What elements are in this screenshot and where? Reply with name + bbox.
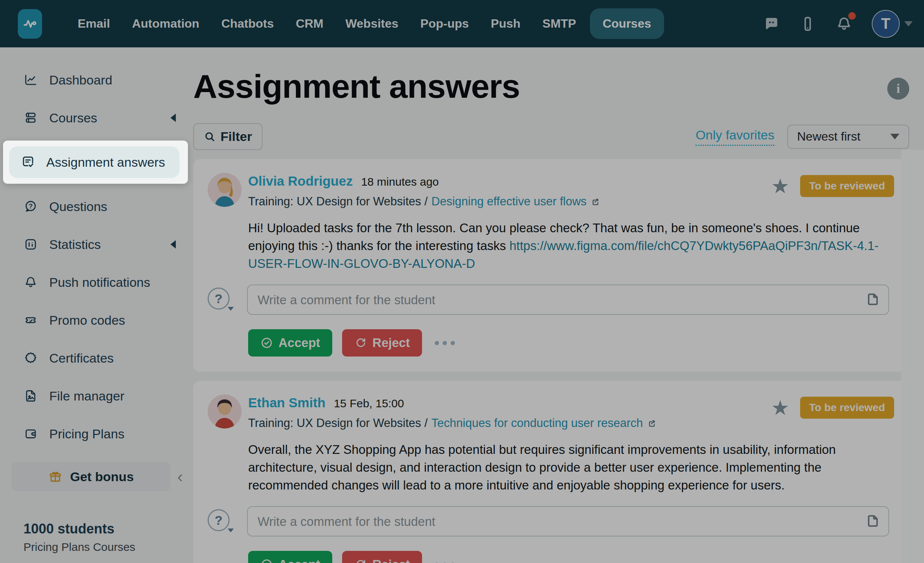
bonus-row: Get bonus ‹: [0, 462, 189, 491]
nav-item-chatbots[interactable]: Chatbots: [213, 9, 282, 38]
collapse-triangle-icon[interactable]: [170, 114, 176, 122]
only-favorites-link[interactable]: Only favorites: [696, 128, 774, 146]
sidebar-item-label: Courses: [49, 111, 97, 125]
get-bonus-label: Get bonus: [70, 469, 134, 484]
nav-item-courses[interactable]: Courses: [590, 8, 664, 39]
wallet-icon: [23, 427, 38, 441]
app-logo[interactable]: [18, 9, 42, 39]
sidebar-item-dashboard[interactable]: Dashboard: [0, 61, 189, 99]
action-row: Accept Reject •••: [248, 329, 894, 357]
student-name-link[interactable]: Ethan Smith: [248, 395, 325, 410]
card-header-text: Ethan Smith 15 Feb, 15:00 Training: UX D…: [248, 394, 657, 430]
tour-spotlight: Assignment answers: [3, 141, 188, 184]
nav-item-push[interactable]: Push: [483, 9, 529, 38]
pulse-icon: [22, 16, 38, 32]
sidebar-item-promo-codes[interactable]: Promo codes: [0, 301, 189, 339]
card-header: Olivia Rodriguez 18 minutes ago Training…: [208, 173, 894, 208]
more-options-button[interactable]: •••: [434, 340, 458, 346]
reviewer-placeholder-icon[interactable]: ?: [208, 288, 230, 310]
reject-button[interactable]: Reject: [342, 551, 422, 563]
accept-button[interactable]: Accept: [248, 551, 332, 563]
card-header: Ethan Smith 15 Feb, 15:00 Training: UX D…: [208, 394, 894, 430]
notifications-bell-icon[interactable]: [835, 15, 853, 33]
student-message: Overall, the XYZ Shopping App has potent…: [248, 441, 894, 494]
search-icon: [204, 131, 216, 143]
lesson-link[interactable]: Techniques for conducting user research: [432, 416, 643, 430]
timestamp: 18 minutes ago: [361, 175, 439, 188]
nav-item-websites[interactable]: Websites: [337, 9, 407, 38]
chat-icon[interactable]: [763, 15, 780, 33]
info-icon[interactable]: i: [887, 78, 909, 100]
attach-file-icon[interactable]: [866, 514, 880, 528]
comment-input[interactable]: [247, 506, 889, 536]
lesson-link[interactable]: Designing effective user flows: [432, 195, 587, 208]
sidebar-item-label: Certificates: [49, 351, 114, 366]
sidebar-item-label: Pricing Plans: [49, 427, 124, 441]
chevron-down-icon: [228, 529, 234, 532]
comment-input[interactable]: [247, 285, 889, 315]
nav-item-popups[interactable]: Pop-ups: [412, 9, 477, 38]
chevron-down-icon: [904, 21, 913, 27]
accept-label: Accept: [278, 557, 320, 563]
attach-file-icon[interactable]: [866, 292, 880, 307]
scrollbar-track[interactable]: [901, 150, 924, 563]
svg-text:?: ?: [29, 202, 33, 210]
get-bonus-button[interactable]: Get bonus: [11, 462, 170, 491]
assignment-card: Ethan Smith 15 Feb, 15:00 Training: UX D…: [193, 381, 909, 563]
comment-row: ?: [208, 285, 894, 316]
avatar[interactable]: T: [872, 10, 900, 38]
sidebar-item-label: Assignment answers: [46, 155, 165, 169]
file-manager-icon: [23, 389, 38, 403]
check-circle-icon: [260, 558, 273, 563]
student-avatar: [208, 173, 242, 207]
external-link-icon[interactable]: [590, 197, 600, 207]
bell-icon: [23, 275, 38, 289]
nav-item-smtp[interactable]: SMTP: [534, 9, 585, 38]
sidebar-item-certificates[interactable]: Certificates: [0, 339, 189, 377]
filter-label: Filter: [220, 129, 252, 144]
action-row: Accept Reject •••: [248, 551, 894, 563]
accept-button[interactable]: Accept: [248, 329, 332, 357]
certificate-badge-icon: [23, 351, 38, 365]
sort-value: Newest first: [797, 130, 860, 144]
check-circle-icon: [260, 336, 273, 349]
nav-item-crm[interactable]: CRM: [288, 9, 332, 38]
sidebar-item-label: Dashboard: [49, 73, 112, 88]
sidebar-item-file-manager[interactable]: File manager: [0, 377, 189, 415]
favorite-star-icon[interactable]: ★: [771, 176, 789, 196]
sidebar-item-pricing-plans[interactable]: Pricing Plans: [0, 415, 189, 453]
sidebar-item-statistics[interactable]: Statistics: [0, 225, 189, 263]
more-options-button[interactable]: •••: [434, 561, 458, 563]
favorite-star-icon[interactable]: ★: [771, 397, 789, 418]
status-badge: To be reviewed: [800, 397, 894, 419]
sidebar-item-courses[interactable]: Courses: [0, 99, 189, 137]
topbar-actions: T: [763, 10, 913, 38]
reject-label: Reject: [372, 557, 410, 563]
reviewer-placeholder-icon[interactable]: ?: [208, 509, 230, 531]
filter-button[interactable]: Filter: [193, 123, 263, 150]
student-name-link[interactable]: Olivia Rodriguez: [248, 174, 353, 189]
page-header: Assignment answers i: [193, 67, 909, 106]
reject-label: Reject: [372, 336, 410, 350]
sidebar-item-label: Questions: [49, 199, 107, 214]
external-link-icon[interactable]: [647, 418, 657, 429]
sidebar-collapse-icon[interactable]: ‹: [177, 468, 183, 485]
sidebar-item-questions[interactable]: ? Questions: [0, 188, 189, 225]
timestamp: 15 Feb, 15:00: [334, 397, 404, 410]
training-breadcrumb: Training: UX Design for Websites /: [248, 416, 428, 430]
collapse-triangle-icon[interactable]: [170, 240, 176, 249]
sidebar-item-assignment-answers[interactable]: Assignment answers: [9, 146, 180, 178]
notification-dot: [848, 12, 856, 20]
sort-dropdown[interactable]: Newest first: [787, 125, 909, 149]
sidebar-item-push-notifications[interactable]: Push notifications: [0, 263, 189, 301]
reject-button[interactable]: Reject: [342, 329, 422, 357]
nav-item-automation[interactable]: Automation: [124, 9, 208, 38]
assignment-note-icon: [20, 155, 36, 170]
mobile-app-icon[interactable]: [799, 15, 816, 33]
promo-ticket-icon: [23, 313, 38, 327]
plan-name: Pricing Plans Courses: [23, 541, 189, 554]
user-menu[interactable]: T: [872, 10, 913, 38]
plan-summary: 1000 students Pricing Plans Courses: [23, 521, 189, 554]
student-message: Hi! Uploaded tasks for the 7th lesson. C…: [248, 219, 894, 272]
nav-item-email[interactable]: Email: [69, 9, 118, 38]
